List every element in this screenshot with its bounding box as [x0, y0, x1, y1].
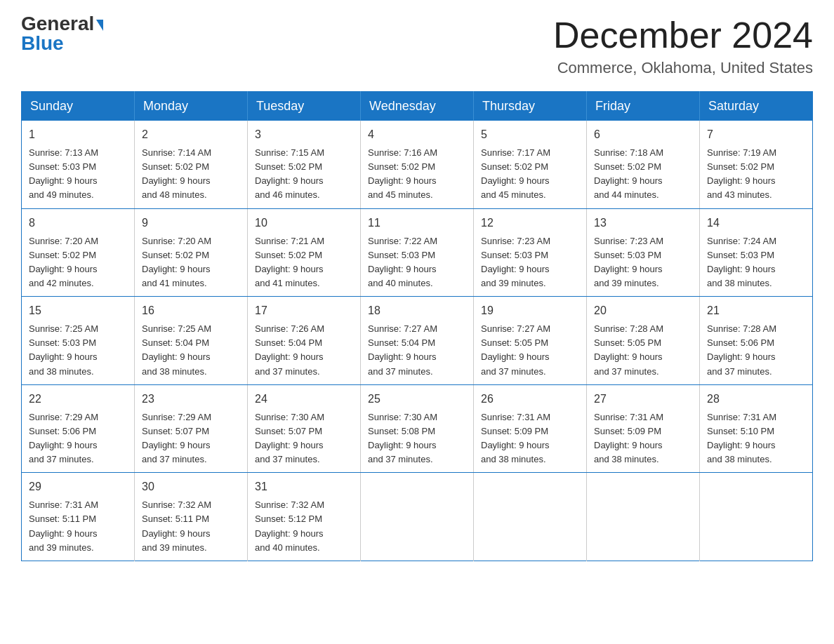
weekday-header-tuesday: Tuesday — [248, 92, 361, 121]
day-info: Sunrise: 7:20 AMSunset: 5:02 PMDaylight:… — [29, 234, 127, 291]
calendar-day-14: 14Sunrise: 7:24 AMSunset: 5:03 PMDayligh… — [700, 208, 813, 297]
calendar-header-row: SundayMondayTuesdayWednesdayThursdayFrid… — [22, 92, 813, 121]
day-info: Sunrise: 7:26 AMSunset: 5:04 PMDaylight:… — [255, 322, 353, 379]
day-info: Sunrise: 7:25 AMSunset: 5:03 PMDaylight:… — [29, 322, 127, 379]
day-number: 20 — [594, 302, 692, 319]
calendar-day-19: 19Sunrise: 7:27 AMSunset: 5:05 PMDayligh… — [474, 297, 587, 385]
title-section: December 2024 Commerce, Oklahoma, United… — [553, 14, 813, 77]
calendar-day-5: 5Sunrise: 7:17 AMSunset: 5:02 PMDaylight… — [474, 121, 587, 208]
day-info: Sunrise: 7:28 AMSunset: 5:05 PMDaylight:… — [594, 322, 692, 379]
day-number: 24 — [255, 391, 353, 408]
calendar-day-12: 12Sunrise: 7:23 AMSunset: 5:03 PMDayligh… — [474, 208, 587, 297]
day-info: Sunrise: 7:31 AMSunset: 5:09 PMDaylight:… — [481, 410, 579, 467]
weekday-header-thursday: Thursday — [474, 92, 587, 121]
calendar-day-13: 13Sunrise: 7:23 AMSunset: 5:03 PMDayligh… — [587, 208, 700, 297]
day-number: 28 — [707, 391, 805, 408]
day-number: 15 — [29, 302, 127, 319]
day-number: 19 — [481, 302, 579, 319]
day-number: 22 — [29, 391, 127, 408]
day-info: Sunrise: 7:17 AMSunset: 5:02 PMDaylight:… — [481, 146, 579, 203]
day-number: 10 — [255, 215, 353, 232]
day-info: Sunrise: 7:31 AMSunset: 5:10 PMDaylight:… — [707, 410, 805, 467]
calendar-day-18: 18Sunrise: 7:27 AMSunset: 5:04 PMDayligh… — [361, 297, 474, 385]
day-number: 25 — [368, 391, 466, 408]
day-number: 18 — [368, 302, 466, 319]
day-info: Sunrise: 7:23 AMSunset: 5:03 PMDaylight:… — [481, 234, 579, 291]
calendar-day-1: 1Sunrise: 7:13 AMSunset: 5:03 PMDaylight… — [22, 121, 135, 208]
logo-general-text: General — [21, 14, 94, 34]
day-info: Sunrise: 7:14 AMSunset: 5:02 PMDaylight:… — [142, 146, 240, 203]
calendar-day-31: 31Sunrise: 7:32 AMSunset: 5:12 PMDayligh… — [248, 473, 361, 561]
day-number: 6 — [594, 126, 692, 143]
calendar-day-3: 3Sunrise: 7:15 AMSunset: 5:02 PMDaylight… — [248, 121, 361, 208]
day-number: 2 — [142, 126, 240, 143]
calendar-day-24: 24Sunrise: 7:30 AMSunset: 5:07 PMDayligh… — [248, 384, 361, 473]
weekday-header-monday: Monday — [135, 92, 248, 121]
calendar-day-16: 16Sunrise: 7:25 AMSunset: 5:04 PMDayligh… — [135, 297, 248, 385]
calendar-week-2: 8Sunrise: 7:20 AMSunset: 5:02 PMDaylight… — [22, 208, 813, 297]
day-info: Sunrise: 7:28 AMSunset: 5:06 PMDaylight:… — [707, 322, 805, 379]
calendar-day-7: 7Sunrise: 7:19 AMSunset: 5:02 PMDaylight… — [700, 121, 813, 208]
day-number: 4 — [368, 126, 466, 143]
day-info: Sunrise: 7:21 AMSunset: 5:02 PMDaylight:… — [255, 234, 353, 291]
day-number: 7 — [707, 126, 805, 143]
day-number: 8 — [29, 215, 127, 232]
calendar-day-20: 20Sunrise: 7:28 AMSunset: 5:05 PMDayligh… — [587, 297, 700, 385]
calendar-day-15: 15Sunrise: 7:25 AMSunset: 5:03 PMDayligh… — [22, 297, 135, 385]
weekday-header-wednesday: Wednesday — [361, 92, 474, 121]
day-number: 5 — [481, 126, 579, 143]
day-number: 12 — [481, 215, 579, 232]
calendar-day-30: 30Sunrise: 7:32 AMSunset: 5:11 PMDayligh… — [135, 473, 248, 561]
day-info: Sunrise: 7:27 AMSunset: 5:05 PMDaylight:… — [481, 322, 579, 379]
day-number: 14 — [707, 215, 805, 232]
calendar-day-28: 28Sunrise: 7:31 AMSunset: 5:10 PMDayligh… — [700, 384, 813, 473]
calendar-day-10: 10Sunrise: 7:21 AMSunset: 5:02 PMDayligh… — [248, 208, 361, 297]
calendar-week-4: 22Sunrise: 7:29 AMSunset: 5:06 PMDayligh… — [22, 384, 813, 473]
logo-triangle-icon — [96, 20, 103, 31]
calendar-day-11: 11Sunrise: 7:22 AMSunset: 5:03 PMDayligh… — [361, 208, 474, 297]
day-number: 1 — [29, 126, 127, 143]
calendar-day-17: 17Sunrise: 7:26 AMSunset: 5:04 PMDayligh… — [248, 297, 361, 385]
calendar-day-8: 8Sunrise: 7:20 AMSunset: 5:02 PMDaylight… — [22, 208, 135, 297]
day-info: Sunrise: 7:31 AMSunset: 5:09 PMDaylight:… — [594, 410, 692, 467]
day-info: Sunrise: 7:13 AMSunset: 5:03 PMDaylight:… — [29, 146, 127, 203]
calendar-day-27: 27Sunrise: 7:31 AMSunset: 5:09 PMDayligh… — [587, 384, 700, 473]
day-number: 26 — [481, 391, 579, 408]
calendar-day-22: 22Sunrise: 7:29 AMSunset: 5:06 PMDayligh… — [22, 384, 135, 473]
logo-blue-text: Blue — [21, 34, 64, 53]
calendar-day-4: 4Sunrise: 7:16 AMSunset: 5:02 PMDaylight… — [361, 121, 474, 208]
day-number: 17 — [255, 302, 353, 319]
day-info: Sunrise: 7:18 AMSunset: 5:02 PMDaylight:… — [594, 146, 692, 203]
calendar-day-2: 2Sunrise: 7:14 AMSunset: 5:02 PMDaylight… — [135, 121, 248, 208]
day-number: 30 — [142, 478, 240, 495]
day-info: Sunrise: 7:32 AMSunset: 5:12 PMDaylight:… — [255, 498, 353, 555]
calendar-day-25: 25Sunrise: 7:30 AMSunset: 5:08 PMDayligh… — [361, 384, 474, 473]
day-info: Sunrise: 7:19 AMSunset: 5:02 PMDaylight:… — [707, 146, 805, 203]
day-number: 13 — [594, 215, 692, 232]
location-title: Commerce, Oklahoma, United States — [553, 59, 813, 77]
day-number: 29 — [29, 478, 127, 495]
calendar-empty-cell — [474, 473, 587, 561]
day-number: 3 — [255, 126, 353, 143]
calendar-empty-cell — [361, 473, 474, 561]
day-info: Sunrise: 7:23 AMSunset: 5:03 PMDaylight:… — [594, 234, 692, 291]
day-info: Sunrise: 7:30 AMSunset: 5:08 PMDaylight:… — [368, 410, 466, 467]
calendar-day-9: 9Sunrise: 7:20 AMSunset: 5:02 PMDaylight… — [135, 208, 248, 297]
calendar-empty-cell — [587, 473, 700, 561]
day-info: Sunrise: 7:22 AMSunset: 5:03 PMDaylight:… — [368, 234, 466, 291]
day-number: 23 — [142, 391, 240, 408]
calendar-week-1: 1Sunrise: 7:13 AMSunset: 5:03 PMDaylight… — [22, 121, 813, 208]
day-info: Sunrise: 7:15 AMSunset: 5:02 PMDaylight:… — [255, 146, 353, 203]
day-info: Sunrise: 7:16 AMSunset: 5:02 PMDaylight:… — [368, 146, 466, 203]
calendar-week-5: 29Sunrise: 7:31 AMSunset: 5:11 PMDayligh… — [22, 473, 813, 561]
day-info: Sunrise: 7:25 AMSunset: 5:04 PMDaylight:… — [142, 322, 240, 379]
day-info: Sunrise: 7:32 AMSunset: 5:11 PMDaylight:… — [142, 498, 240, 555]
day-info: Sunrise: 7:31 AMSunset: 5:11 PMDaylight:… — [29, 498, 127, 555]
month-title: December 2024 — [553, 14, 813, 56]
calendar-day-23: 23Sunrise: 7:29 AMSunset: 5:07 PMDayligh… — [135, 384, 248, 473]
day-number: 21 — [707, 302, 805, 319]
day-number: 31 — [255, 478, 353, 495]
weekday-header-saturday: Saturday — [700, 92, 813, 121]
day-info: Sunrise: 7:30 AMSunset: 5:07 PMDaylight:… — [255, 410, 353, 467]
day-info: Sunrise: 7:20 AMSunset: 5:02 PMDaylight:… — [142, 234, 240, 291]
